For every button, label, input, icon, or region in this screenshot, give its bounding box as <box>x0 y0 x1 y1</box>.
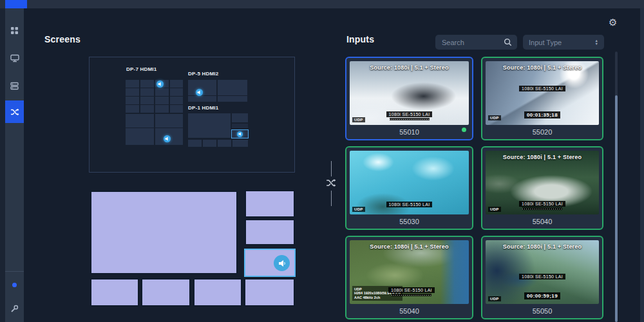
input-card[interactable]: 1080i SE-5150 LAI UDP 55030 <box>345 146 473 230</box>
source-format-label: Source: 1080i | 5.1 + Stereo <box>486 64 599 71</box>
screen-zone[interactable] <box>126 114 154 128</box>
protocol-badge: UDP <box>352 117 365 122</box>
format-chip-subline <box>390 118 430 120</box>
screen-zone[interactable] <box>203 140 216 147</box>
sidebar-item-layouts[interactable] <box>5 19 24 42</box>
display-label: DP-7 HDMI1 <box>126 66 156 72</box>
wrench-icon <box>10 305 19 313</box>
input-card[interactable]: Source: 1080i | 5.1 + Stereo 1080i SE-51… <box>345 57 473 140</box>
screen-zone[interactable] <box>232 113 248 122</box>
format-chip: 1080i SE-5150 LAI <box>519 201 565 207</box>
input-type-label: Input Type <box>529 39 595 46</box>
layout-tile[interactable] <box>245 219 295 245</box>
status-dot-indicator <box>12 283 17 287</box>
input-preview: Source: 1080i | 5.1 + Stereo 1080i SE-51… <box>486 151 599 214</box>
scrollbar-thumb[interactable] <box>615 95 618 322</box>
format-chip: 1080i SE-5150 LAI <box>386 111 433 117</box>
screen-zone[interactable] <box>188 96 216 102</box>
chevron-up-down-icon: ▲▼ <box>595 39 598 46</box>
input-type-select[interactable]: Input Type ▲▼ <box>523 35 604 50</box>
input-preview: 1080i SE-5150 LAI UDP <box>350 151 469 214</box>
layout-tile[interactable] <box>244 278 295 307</box>
input-preview: Source: 1080i | 5.1 + Stereo 1080i SE-51… <box>350 61 469 125</box>
shuffle-icon <box>10 108 19 116</box>
sidebar-item-routing[interactable] <box>5 100 24 123</box>
screen-zone[interactable] <box>155 114 183 128</box>
sidebar-item-tools[interactable] <box>5 297 24 320</box>
screen-zone[interactable] <box>155 88 169 96</box>
input-id: 55020 <box>533 128 553 136</box>
input-id: 55050 <box>533 307 553 315</box>
layout-tile-main[interactable] <box>90 191 238 274</box>
screens-title: Screens <box>44 34 80 44</box>
layout-tile[interactable] <box>90 278 139 307</box>
screen-zone[interactable] <box>126 97 139 104</box>
format-chip: 1080i SE-5150 LAI <box>519 86 565 91</box>
format-chip: 1080i SE-5150 LAI <box>386 202 433 207</box>
screen-zone[interactable] <box>218 140 231 147</box>
screen-zone[interactable] <box>188 113 231 138</box>
screen-zone[interactable] <box>170 97 183 104</box>
input-preview: Source: 1080i | 5.1 + Stereo 1080i SE-51… <box>486 61 599 125</box>
status-dot <box>462 128 466 132</box>
screen-zone[interactable] <box>140 97 154 104</box>
sidebar-item-sources[interactable] <box>5 74 24 97</box>
layout-tile[interactable] <box>141 278 191 307</box>
source-format-label: Source: 1080i | 5.1 + Stereo <box>350 243 469 250</box>
panel-divider <box>331 161 332 176</box>
screen-zone[interactable] <box>188 140 202 147</box>
screen-zone[interactable] <box>155 97 169 104</box>
search-input[interactable] <box>440 38 504 47</box>
search-icon[interactable] <box>504 38 512 46</box>
format-chip: 1080i SE-5150 LAI <box>519 274 565 279</box>
protocol-badge: UDP <box>488 296 501 301</box>
right-edge-strip <box>640 8 644 322</box>
screen-zone[interactable] <box>170 105 183 113</box>
video-wall-app: Screens DP-7 HDMI1 <box>0 0 644 322</box>
screens-diagram: DP-7 HDMI1 <box>89 57 295 173</box>
input-card[interactable]: Source: 1080i | 5.1 + Stereo 1080i SE-51… <box>481 57 603 140</box>
screen-zone[interactable] <box>155 105 169 113</box>
top-bar-accent <box>5 0 27 8</box>
source-format-label: Source: 1080i | 5.1 + Stereo <box>486 154 599 160</box>
input-id: 55030 <box>399 218 419 225</box>
layout-tile[interactable] <box>193 278 242 307</box>
screen-zone[interactable] <box>140 88 154 96</box>
screen-zone[interactable] <box>218 96 247 102</box>
screen-zone[interactable] <box>126 105 139 113</box>
layout-tile[interactable] <box>245 190 295 218</box>
input-card[interactable]: Source: 1080i | 5.1 + Stereo 1080i SE-51… <box>481 236 603 319</box>
format-chip-subline <box>522 207 562 210</box>
audio-source-icon <box>274 255 290 271</box>
screen-zone[interactable] <box>170 80 183 88</box>
audio-source-icon <box>237 131 243 137</box>
protocol-badge: UDP <box>352 207 365 212</box>
input-card[interactable]: Source: 1080i | 5.1 + Stereo 1080i SE-51… <box>481 146 603 230</box>
input-preview: Source: 1080i | 5.1 + Stereo UDP H264 19… <box>350 240 469 304</box>
screen-zone[interactable] <box>140 80 154 88</box>
sidebar-divider <box>5 271 24 272</box>
input-card[interactable]: Source: 1080i | 5.1 + Stereo UDP H264 19… <box>345 236 473 319</box>
screen-zone[interactable] <box>218 80 247 95</box>
screen-zone[interactable] <box>232 124 248 128</box>
sidebar-item-displays[interactable] <box>5 46 24 70</box>
layout-tile-selected[interactable] <box>244 249 296 277</box>
format-chip-subline <box>392 294 431 296</box>
screen-zone[interactable] <box>232 140 248 147</box>
route-handle[interactable] <box>326 178 336 190</box>
input-id: 55040 <box>399 307 419 315</box>
screen-zone[interactable] <box>126 88 139 96</box>
settings-gear-icon[interactable]: ⚙ <box>609 17 617 28</box>
top-bar <box>0 0 644 8</box>
input-id: 55010 <box>399 128 419 136</box>
screen-zone[interactable] <box>170 88 183 96</box>
sidebar <box>5 8 24 322</box>
server-icon <box>10 82 19 90</box>
sidebar-outer-rail <box>0 8 5 322</box>
panel-divider <box>331 191 332 206</box>
screen-zone[interactable] <box>126 128 154 145</box>
source-format-label: Source: 1080i | 5.1 + Stereo <box>350 64 469 71</box>
screen-zone-selected[interactable] <box>232 130 248 138</box>
screen-zone[interactable] <box>140 105 154 113</box>
screen-zone[interactable] <box>126 80 139 88</box>
